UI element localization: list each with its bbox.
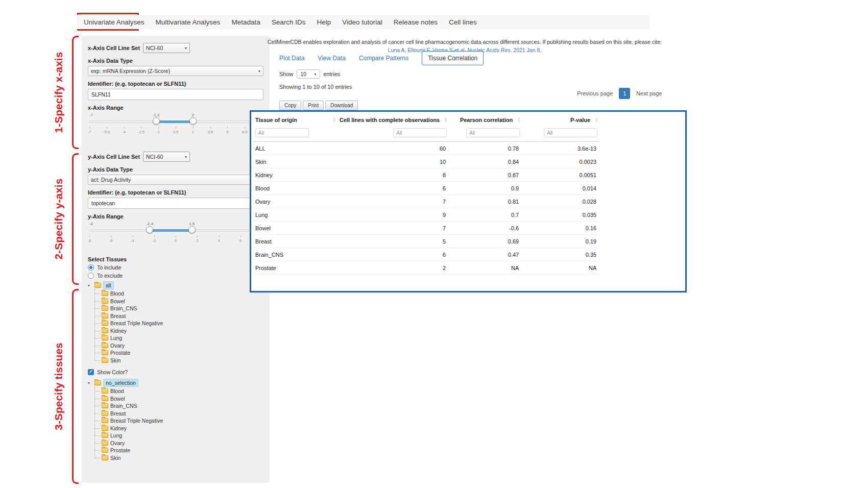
sort-icon[interactable]: ▲▼ bbox=[595, 117, 598, 123]
tree-item-prostate[interactable]: Prostate bbox=[94, 447, 263, 454]
sidebar-panel: x-Axis Cell Line Set NCI-60 ▾ x-Axis Dat… bbox=[82, 36, 270, 483]
sort-icon[interactable]: ▲▼ bbox=[517, 117, 520, 123]
slider-handle-high[interactable] bbox=[189, 117, 197, 125]
nav-item-video-tutorial[interactable]: Video tutorial bbox=[342, 18, 382, 26]
x-cell-line-set-select[interactable]: NCI-60 ▾ bbox=[143, 43, 190, 53]
tab-tissue-correlation[interactable]: Tissue Correlation bbox=[422, 51, 484, 65]
value-cell: 9 bbox=[337, 208, 449, 222]
slider-handle-high[interactable] bbox=[188, 226, 196, 233]
tab-view-data[interactable]: View Data bbox=[318, 55, 345, 62]
annotation-bracket-3 bbox=[72, 289, 79, 484]
column-header-cell-lines-with-complete-observations[interactable]: Cell lines with complete observations▲▼ bbox=[337, 113, 449, 127]
entries-count-select[interactable]: 10 ▾ bbox=[297, 69, 321, 79]
nav-item-help[interactable]: Help bbox=[317, 18, 331, 26]
table-row-brain-cns[interactable]: Brain_CNS60.470.35 bbox=[253, 248, 599, 261]
tree-root-all[interactable]: ▾ all bbox=[88, 281, 263, 290]
tree-item-kidney[interactable]: Kidney bbox=[94, 425, 263, 432]
table-row-skin[interactable]: Skin100.840.0023 bbox=[253, 155, 599, 168]
tree-item-skin[interactable]: Skin bbox=[94, 357, 263, 364]
y-cell-line-set-select[interactable]: NCI-60 ▾ bbox=[143, 152, 190, 162]
table-row-breast[interactable]: Breast50.690.19 bbox=[253, 235, 599, 248]
filter-input-pearson-correlation[interactable] bbox=[466, 128, 520, 137]
nav-item-cell-lines[interactable]: Cell lines bbox=[449, 18, 477, 26]
folder-icon bbox=[102, 321, 108, 326]
tree-toggle-icon[interactable]: ▾ bbox=[88, 381, 92, 385]
table-row-bowel[interactable]: Bowel7-0.60.16 bbox=[253, 222, 599, 235]
tree-item-ovary[interactable]: Ovary bbox=[94, 440, 263, 447]
column-header-tissue-of-origin[interactable]: Tissue of origin▲▼ bbox=[253, 113, 337, 127]
print-button[interactable]: Print bbox=[303, 101, 324, 110]
y-identifier-input[interactable] bbox=[88, 198, 263, 209]
nav-item-univariate-analyses[interactable]: Univariate Analyses bbox=[84, 18, 144, 26]
download-button[interactable]: Download bbox=[325, 101, 358, 110]
nav-item-search-ids[interactable]: Search IDs bbox=[272, 18, 306, 26]
tissue-name-cell: Blood bbox=[253, 182, 337, 195]
filter-input-p-value[interactable] bbox=[544, 128, 597, 137]
tree-item-lung[interactable]: Lung bbox=[94, 432, 263, 440]
x-identifier-input[interactable] bbox=[88, 89, 263, 100]
slider-handle-low[interactable] bbox=[146, 226, 153, 233]
tree-toggle-icon[interactable]: ▾ bbox=[88, 283, 92, 288]
tree-item-ovary[interactable]: Ovary bbox=[94, 342, 263, 350]
tree-item-bowel[interactable]: Bowel bbox=[94, 298, 263, 305]
filter-input-tissue-of-origin[interactable] bbox=[255, 128, 309, 137]
x-range-slider[interactable]: -7 8 -1.2 2 -7-5.5-4-2.5-10.523.556.58 bbox=[89, 113, 262, 139]
slider-selected-range[interactable] bbox=[156, 120, 193, 123]
tab-plot-data[interactable]: Plot Data bbox=[279, 55, 304, 62]
tree-root-no-selection[interactable]: ▾ no_selection bbox=[88, 378, 263, 387]
slider-high-value: 1.5 bbox=[189, 222, 195, 226]
table-row-blood[interactable]: Blood60.90.014 bbox=[253, 182, 599, 195]
sort-icon[interactable]: ▲▼ bbox=[444, 117, 447, 123]
y-data-type-select[interactable]: act: Drug Activity ▾ bbox=[88, 175, 263, 185]
column-header-p-value[interactable]: P-value▲▼ bbox=[522, 113, 599, 127]
y-range-slider[interactable]: -8 8 -2.4 1.5 -8-6-4-202468 bbox=[89, 222, 262, 248]
slider-min-label: -8 bbox=[89, 222, 93, 226]
previous-page-button[interactable]: Previous page bbox=[573, 88, 617, 99]
table-row-all[interactable]: ALL600.783.6e-13 bbox=[253, 142, 599, 155]
next-page-button[interactable]: Next page bbox=[632, 88, 666, 99]
page-number-button[interactable]: 1 bbox=[619, 88, 630, 99]
tree-item-label: Brain_CNS bbox=[110, 402, 137, 409]
entries-label: entries bbox=[323, 71, 340, 77]
column-header-pearson-correlation[interactable]: Pearson correlation▲▼ bbox=[449, 113, 522, 127]
filter-input-cell-lines-with-complete-observations[interactable] bbox=[393, 128, 447, 137]
tissues-include-radio[interactable]: To include bbox=[88, 264, 263, 271]
tissues-exclude-radio[interactable]: To exclude bbox=[88, 273, 263, 279]
x-data-type-select[interactable]: exp: mRNA Expression (Z-Score) ▾ bbox=[88, 66, 263, 76]
slider-selected-range[interactable] bbox=[150, 229, 191, 232]
nav-item-multivariate-analyses[interactable]: Multivariate Analyses bbox=[156, 18, 221, 26]
tissue-name-cell: Lung bbox=[253, 208, 337, 222]
tree-item-breast-triple-negative[interactable]: Breast Triple Negative bbox=[94, 417, 263, 425]
tree-item-blood[interactable]: Blood bbox=[94, 290, 263, 298]
slider-high-value: 2 bbox=[192, 113, 194, 117]
show-color-checkbox[interactable]: Show Color? bbox=[88, 369, 263, 375]
table-row-kidney[interactable]: Kidney80.870.0051 bbox=[253, 168, 599, 182]
value-cell: 3.6e-13 bbox=[522, 142, 599, 155]
nav-item-metadata[interactable]: Metadata bbox=[231, 18, 260, 26]
tree-item-brain-cns[interactable]: Brain_CNS bbox=[94, 305, 263, 312]
checkbox-checked-icon bbox=[88, 369, 94, 375]
tree-item-kidney[interactable]: Kidney bbox=[94, 327, 263, 335]
value-cell: 0.84 bbox=[449, 155, 522, 168]
sort-icon[interactable]: ▲▼ bbox=[333, 117, 336, 123]
tree-item-breast[interactable]: Breast bbox=[94, 312, 263, 320]
tree-item-breast-triple-negative[interactable]: Breast Triple Negative bbox=[94, 320, 263, 327]
table-row-ovary[interactable]: Ovary70.810.028 bbox=[253, 195, 599, 208]
tree-item-prostate[interactable]: Prostate bbox=[94, 349, 263, 357]
tree-item-lung[interactable]: Lung bbox=[94, 334, 263, 342]
tab-compare-patterns[interactable]: Compare Patterns bbox=[359, 55, 408, 62]
tree-root-label[interactable]: no_selection bbox=[103, 379, 138, 387]
tree-item-brain-cns[interactable]: Brain_CNS bbox=[94, 402, 263, 410]
nav-item-release-notes[interactable]: Release notes bbox=[394, 18, 438, 26]
tree-root-label[interactable]: all bbox=[103, 281, 114, 289]
slider-handle-low[interactable] bbox=[153, 117, 160, 125]
table-row-prostate[interactable]: Prostate2NANA bbox=[253, 261, 599, 275]
x-data-type-value: exp: mRNA Expression (Z-Score) bbox=[91, 68, 170, 74]
table-row-lung[interactable]: Lung90.70.035 bbox=[253, 208, 599, 222]
tree-item-skin[interactable]: Skin bbox=[94, 454, 263, 462]
tree-item-label: Breast Triple Negative bbox=[110, 417, 163, 424]
copy-button[interactable]: Copy bbox=[279, 101, 301, 110]
tree-item-breast[interactable]: Breast bbox=[94, 410, 263, 418]
tree-item-bowel[interactable]: Bowel bbox=[94, 395, 263, 403]
tree-item-blood[interactable]: Blood bbox=[94, 387, 263, 395]
